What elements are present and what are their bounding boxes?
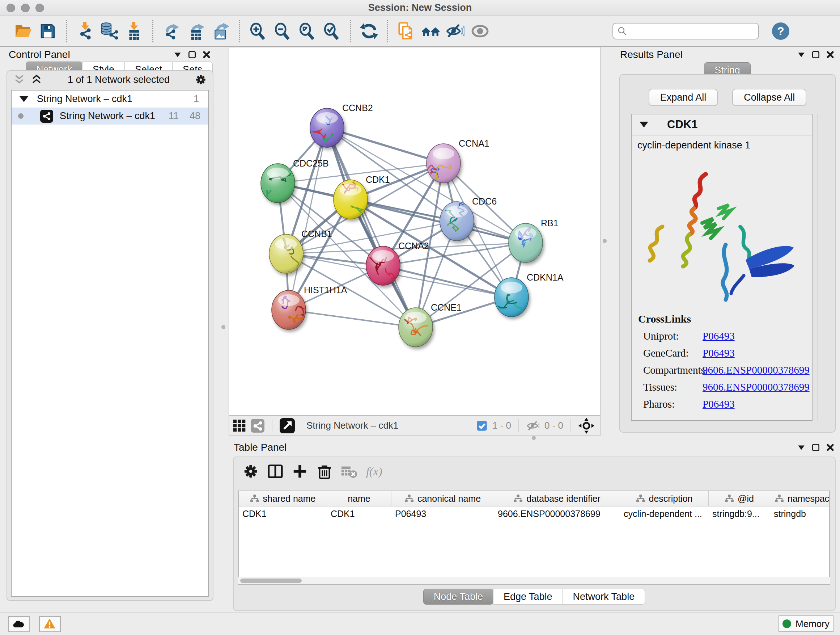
gene-section-header[interactable]: CDK1 xyxy=(632,114,812,135)
export-image-button[interactable] xyxy=(210,21,231,41)
table-options-gear-icon[interactable] xyxy=(242,463,259,480)
network-options-gear-icon[interactable] xyxy=(195,73,207,86)
selected-checkbox-icon[interactable] xyxy=(477,420,487,431)
network-canvas[interactable]: CCNB2 CCNA1 CDC25B CDK1 CDC6 RB1 CCNB1 xyxy=(229,47,600,416)
column-label: canonical name xyxy=(417,494,481,504)
panel-float-icon[interactable] xyxy=(811,443,821,452)
fit-selected-icon[interactable] xyxy=(578,418,594,434)
zoom-selected-button[interactable] xyxy=(322,21,342,41)
main-toolbar: ? xyxy=(0,16,840,47)
table-cell[interactable]: stringdb:9... xyxy=(709,507,770,522)
column-header-@id[interactable]: @id xyxy=(709,491,770,506)
splitter-grip-right[interactable] xyxy=(603,239,607,243)
collapse-all-button[interactable]: Collapse All xyxy=(732,89,806,106)
warnings-button[interactable] xyxy=(39,616,61,632)
import-network-database-button[interactable] xyxy=(99,21,120,41)
splitter-grip-bottom[interactable] xyxy=(532,436,536,440)
expand-all-icon[interactable] xyxy=(30,73,43,86)
detach-view-icon[interactable] xyxy=(279,418,295,433)
table-horizontal-scrollbar[interactable] xyxy=(238,577,830,584)
hidden-counts: 0 - 0 xyxy=(545,420,563,431)
save-session-button[interactable] xyxy=(38,21,58,41)
table-row[interactable]: CDK1CDK1P064939606.ENSP00000378699cyclin… xyxy=(239,507,829,522)
panel-menu-icon[interactable] xyxy=(797,50,806,59)
help-button[interactable]: ? xyxy=(772,22,789,40)
panel-close-icon[interactable] xyxy=(202,50,211,59)
network-node-CDK1[interactable]: CDK1 xyxy=(333,174,390,219)
zoom-fit-button[interactable] xyxy=(297,21,317,41)
duplicate-network-button[interactable] xyxy=(396,21,416,41)
delete-column-icon[interactable] xyxy=(316,463,333,480)
column-header-namespace[interactable]: namespace xyxy=(770,491,830,506)
node-label: CCNA1 xyxy=(459,138,489,149)
panel-close-icon[interactable] xyxy=(826,443,835,452)
show-columns-icon[interactable] xyxy=(267,463,284,480)
collection-expand-icon[interactable] xyxy=(19,96,28,102)
column-header-name[interactable]: name xyxy=(327,491,392,506)
crosslink-link[interactable]: P06493 xyxy=(703,398,735,410)
import-table-button[interactable] xyxy=(124,21,144,41)
network-edges[interactable] xyxy=(278,128,526,327)
panel-float-icon[interactable] xyxy=(187,50,197,59)
first-neighbors-button[interactable] xyxy=(421,21,441,41)
selected-counts: 1 - 0 xyxy=(493,420,511,431)
open-session-button[interactable] xyxy=(13,21,33,41)
crosslink-link[interactable]: 9606.ENSP00000378699 xyxy=(703,364,810,376)
column-header-description[interactable]: description xyxy=(620,491,709,506)
table-cell[interactable]: P06493 xyxy=(392,507,494,522)
network-row[interactable]: String Network – cdk1 11 48 xyxy=(11,108,208,125)
table-cell[interactable]: CDK1 xyxy=(327,507,392,522)
hidden-eye-icon[interactable] xyxy=(526,419,539,432)
grid-view-icon[interactable] xyxy=(233,420,246,432)
export-network-button[interactable] xyxy=(161,21,182,41)
scrollbar-thumb[interactable] xyxy=(240,578,302,583)
tab-network-table[interactable]: Network Table xyxy=(562,589,645,605)
crosslink-link[interactable]: P06493 xyxy=(703,330,735,342)
zoom-out-button[interactable] xyxy=(272,21,293,41)
tab-node-table[interactable]: Node Table xyxy=(423,589,493,605)
crosslink-row: Compartments:9606.ENSP00000378699 xyxy=(638,364,810,376)
splitter-grip-left[interactable] xyxy=(221,325,225,329)
results-scrollbar-track[interactable] xyxy=(818,114,818,421)
network-collection-row[interactable]: String Network – cdk1 1 xyxy=(11,90,208,108)
network-node-CDC25B[interactable]: CDC25B xyxy=(261,158,329,204)
cloud-status-button[interactable] xyxy=(8,616,30,632)
network-overview-icon[interactable] xyxy=(251,419,264,432)
network-node-CDKN1A[interactable]: CDKN1A xyxy=(494,272,564,318)
network-node-CCNB2[interactable]: CCNB2 xyxy=(310,103,373,154)
table-cell[interactable]: CDK1 xyxy=(239,507,327,522)
column-header-shared-name[interactable]: shared name xyxy=(239,491,327,506)
crosslink-row: Uniprot:P06493 xyxy=(638,330,810,342)
expand-all-button[interactable]: Expand All xyxy=(649,89,718,106)
panel-close-icon[interactable] xyxy=(826,50,835,59)
node-label: HIST1H1A xyxy=(304,285,347,295)
panel-menu-icon[interactable] xyxy=(173,50,182,59)
memory-button[interactable]: Memory xyxy=(778,616,834,632)
table-cell[interactable]: cyclin-dependent ... xyxy=(620,507,709,522)
export-table-button[interactable] xyxy=(186,21,206,41)
column-header-canonical-name[interactable]: canonical name xyxy=(392,491,494,506)
panel-float-icon[interactable] xyxy=(811,50,821,59)
refresh-button[interactable] xyxy=(359,21,379,41)
import-network-icon xyxy=(76,22,94,40)
node-label: CCNB2 xyxy=(342,103,373,113)
add-column-icon[interactable] xyxy=(292,463,308,480)
table-cell[interactable]: stringdb xyxy=(770,507,830,522)
crosslink-link[interactable]: P06493 xyxy=(703,347,735,359)
collapse-section-icon[interactable] xyxy=(639,122,648,127)
panel-menu-icon[interactable] xyxy=(797,443,806,452)
search-box[interactable] xyxy=(613,23,759,40)
zoom-in-button[interactable] xyxy=(248,21,268,41)
tab-edge-table[interactable]: Edge Table xyxy=(493,589,563,605)
collapse-all-icon[interactable] xyxy=(13,73,25,86)
network-node-HIST1H1A[interactable]: HIST1H1A xyxy=(272,285,347,329)
network-list-box: 1 of 1 Network selected String Network –… xyxy=(6,70,213,601)
hide-selected-button[interactable] xyxy=(445,21,466,41)
table-cell[interactable]: 9606.ENSP00000378699 xyxy=(494,507,620,522)
search-input[interactable] xyxy=(630,25,755,37)
show-all-button[interactable] xyxy=(470,21,490,41)
crosslink-link[interactable]: 9606.ENSP00000378699 xyxy=(703,381,810,393)
column-header-database-identifier[interactable]: database identifier xyxy=(494,491,620,506)
network-node-RB1[interactable]: RB1 xyxy=(508,218,559,263)
import-network-button[interactable] xyxy=(75,21,95,41)
